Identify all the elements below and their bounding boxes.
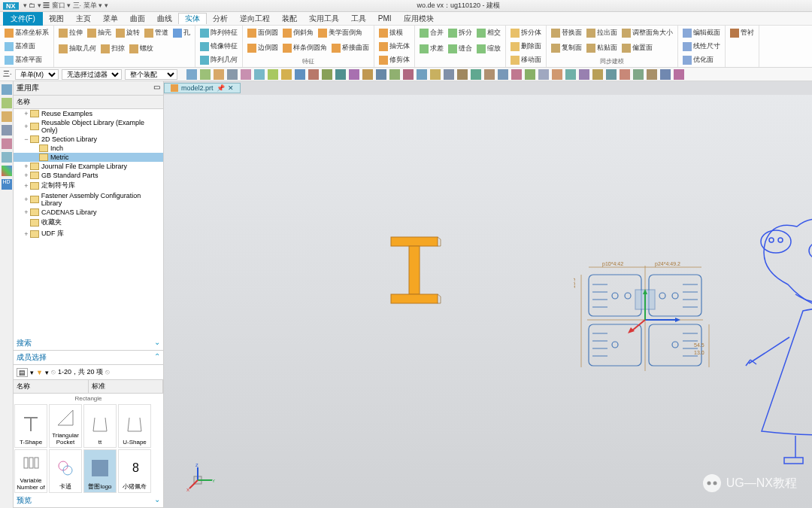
menu-reverse[interactable]: 逆向工程	[234, 14, 276, 24]
qb-icon[interactable]	[484, 69, 495, 80]
panel-menu-icon[interactable]: ▭	[153, 83, 160, 93]
qb-icon[interactable]	[565, 69, 576, 80]
tree-item[interactable]: 收藏夹	[14, 217, 163, 228]
btn-extrude[interactable]: 拉伸	[57, 27, 84, 38]
menu-pmi[interactable]: PMI	[372, 14, 398, 23]
qb-icon[interactable]	[281, 69, 292, 80]
lb-layer-icon[interactable]	[2, 138, 12, 149]
qb-icon[interactable]	[471, 69, 481, 80]
qb-icon[interactable]	[268, 69, 278, 80]
tree-item[interactable]: Metric	[14, 153, 163, 162]
qb-icon[interactable]	[335, 69, 346, 80]
qb-icon[interactable]	[241, 69, 251, 80]
qb-icon[interactable]	[200, 69, 211, 80]
qb-icon[interactable]	[362, 69, 373, 80]
btn-thread[interactable]: 螺纹	[128, 43, 155, 54]
shape-cell[interactable]: 8小猪佩奇	[118, 449, 151, 493]
btn-shell-body[interactable]: 抽壳体	[377, 41, 411, 52]
filter-icon[interactable]: ▼	[36, 369, 43, 376]
qb-icon[interactable]	[186, 69, 197, 80]
btn-chamfer[interactable]: 倒斜角	[281, 27, 315, 38]
menu-analysis[interactable]: 分析	[207, 14, 234, 24]
btn-aesthetic[interactable]: 美学面倒角	[317, 27, 364, 38]
btn-pattern[interactable]: 阵列特征	[198, 27, 239, 38]
btn-linear-dim[interactable]: 线性尺寸	[681, 41, 722, 52]
btn-copy-face[interactable]: 复制面	[550, 42, 583, 53]
prev-page-icon[interactable]: ⦸	[51, 368, 56, 376]
menu-tools[interactable]: 工具	[345, 14, 372, 24]
menu-menu[interactable]: 菜单	[97, 14, 124, 24]
btn-split[interactable]: 拆分	[447, 27, 474, 38]
qb-icon[interactable]	[633, 69, 644, 80]
qb-icon[interactable]	[498, 69, 508, 80]
tree-item[interactable]: +CADENAS Library	[14, 208, 163, 217]
btn-sweep[interactable]: 扫掠	[99, 43, 126, 54]
qb-icon[interactable]	[660, 69, 671, 80]
btn-datum-plane2[interactable]: 基准平面	[3, 54, 50, 65]
qb-icon[interactable]	[227, 69, 238, 80]
btn-resize-blend[interactable]: 调整面角大小	[620, 27, 674, 38]
pin-icon[interactable]: 📌	[217, 84, 225, 92]
qb-icon[interactable]	[376, 69, 386, 80]
btn-edit-section[interactable]: 编辑截面	[681, 27, 722, 38]
btn-bridge[interactable]: 桥接曲面	[330, 42, 371, 53]
btn-draft[interactable]: 拔模	[377, 27, 411, 38]
qb-icon[interactable]	[592, 69, 603, 80]
qb-icon[interactable]	[295, 69, 305, 80]
btn-replace-face[interactable]: 替换面	[550, 27, 583, 38]
qb-icon[interactable]	[457, 69, 468, 80]
lb-nav-icon[interactable]	[2, 84, 12, 95]
tree-item[interactable]: +Fastener Assembly Configuration Library	[14, 191, 163, 208]
btn-shell[interactable]: 抽壳	[86, 27, 113, 38]
btn-split-body[interactable]: 拆分体	[509, 27, 543, 38]
menu-app[interactable]: 应用模块	[398, 14, 440, 24]
qb-icon[interactable]	[525, 69, 535, 80]
qb-icon[interactable]	[444, 69, 454, 80]
sel-menu[interactable]: 单单(M)	[15, 69, 59, 80]
qb-icon[interactable]	[214, 69, 224, 80]
tree-item[interactable]: +Reusable Object Library (Example Only)	[14, 118, 163, 135]
tree-item[interactable]: +UDF 库	[14, 228, 163, 239]
btn-hole[interactable]: 孔	[171, 27, 192, 38]
lb-history-icon[interactable]	[2, 125, 12, 135]
qb-icon[interactable]	[430, 69, 441, 80]
menu-home[interactable]: 主页	[70, 14, 97, 24]
btn-offset-face[interactable]: 偏置面	[620, 42, 654, 53]
qb-icon[interactable]	[620, 69, 630, 80]
sel-scope[interactable]: 整个装配	[125, 69, 177, 80]
qb-icon[interactable]	[674, 69, 684, 80]
qb-icon[interactable]	[579, 69, 589, 80]
btn-sew[interactable]: 缝合	[447, 43, 474, 54]
sel-filter[interactable]: 无选择过滤器	[62, 69, 122, 80]
btn-optimize[interactable]: 优化面	[681, 54, 722, 65]
lb-reuse-icon[interactable]	[2, 111, 12, 122]
menu-assembly[interactable]: 装配	[276, 14, 303, 24]
shape-cell[interactable]: T-Shape	[14, 404, 47, 448]
quick-dropdown[interactable]: ▾ 🗀 ▾ ☰ 窗口 ▾ 三· 菜单 ▾ ▾	[23, 1, 108, 11]
shape-cell[interactable]: 卡通	[49, 449, 82, 493]
tree-item[interactable]: Inch	[14, 144, 163, 153]
btn-mirror[interactable]: 镜像特征	[198, 41, 239, 52]
menu-utility[interactable]: 实用工具	[303, 14, 345, 24]
btn-move-face[interactable]: 移动面	[509, 54, 543, 65]
qb-icon[interactable]	[403, 69, 414, 80]
btn-face-blend[interactable]: 面倒圆	[246, 27, 280, 38]
menu-view[interactable]: 视图	[43, 14, 70, 24]
qb-icon[interactable]	[389, 69, 400, 80]
preview-header[interactable]: 预览⌄	[14, 494, 163, 508]
btn-revolve[interactable]: 旋转	[114, 27, 141, 38]
btn-tube[interactable]: 管道	[143, 27, 170, 38]
shape-cell[interactable]: Variable Number of	[14, 449, 47, 493]
tree-item[interactable]: +GB Standard Parts	[14, 171, 163, 180]
btn-scale[interactable]: 缩放	[475, 43, 502, 54]
qb-icon[interactable]	[417, 69, 427, 80]
menu-solid[interactable]: 实体	[178, 13, 207, 24]
tree-item[interactable]: +Reuse Examples	[14, 109, 163, 118]
btn-unite[interactable]: 合并	[418, 27, 445, 38]
graphics-viewport[interactable]: model2.prt 📌 ✕	[164, 81, 812, 508]
close-tab-icon[interactable]: ✕	[228, 84, 234, 92]
shape-cell[interactable]: 普图logo	[83, 449, 117, 493]
qb-icon[interactable]	[254, 69, 265, 80]
tree-item[interactable]: −2D Section Library	[14, 135, 163, 144]
view-mode-icon[interactable]: ▤	[17, 368, 28, 377]
